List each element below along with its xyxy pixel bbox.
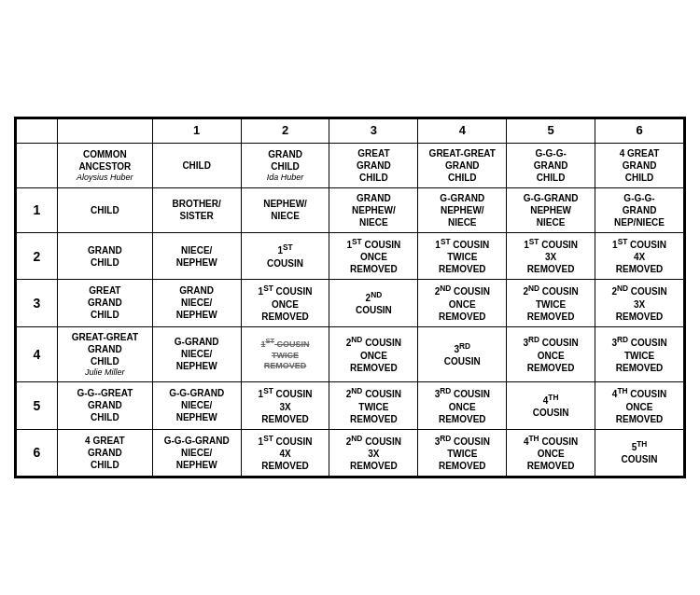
header-empty-1 [17,119,58,144]
cell-6-0: G-G-G-GRANDNIECE/NEPHEW [152,429,241,476]
row-number: 5 [17,382,58,429]
cell-0-1: GRANDCHILDIda Huber [241,143,329,187]
cell-1-2: GRANDNEPHEW/NIECE [329,187,418,232]
cell-6-3: 3RD COUSINTWICEREMOVED [418,429,507,476]
cell-0-4: G-G-G-GRANDCHILD [507,143,595,187]
cell-5-0: G-G-GRANDNIECE/NEPHEW [152,382,241,429]
row-number: 2 [17,232,58,279]
cell-2-4: 1ST COUSIN3XREMOVED [507,232,595,279]
row-number [17,143,58,187]
header-col-2: 2 [241,119,329,144]
cell-3-5: 2ND COUSIN3XREMOVED [595,280,684,326]
row-description: GREATGRANDCHILD [57,280,152,326]
cell-0-3: GREAT-GREATGRANDCHILD [418,143,507,187]
row-number: 3 [17,280,58,326]
table-row: 1CHILDBROTHER/SISTERNEPHEW/NIECEGRANDNEP… [17,187,684,232]
cell-4-2: 2ND COUSINONCEREMOVED [329,326,418,382]
cell-5-1: 1ST COUSIN3XREMOVED [241,382,329,429]
column-header-row: 1 2 3 4 5 6 [17,119,684,144]
row-number: 4 [17,326,58,382]
cell-4-5: 3RD COUSINTWICEREMOVED [595,326,684,382]
header-col-3: 3 [329,119,418,144]
cell-4-4: 3RD COUSINONCEREMOVED [507,326,595,382]
cell-6-1: 1ST COUSIN4XREMOVED [241,429,329,476]
cell-1-1: NEPHEW/NIECE [241,187,329,232]
row-description: GREAT-GREATGRANDCHILDJulie Miller [57,326,152,382]
cell-0-2: GREATGRANDCHILD [329,143,418,187]
cell-4-3: 3RDCOUSIN [418,326,507,382]
cell-5-2: 2ND COUSINTWICEREMOVED [329,382,418,429]
table-row: 3GREATGRANDCHILDGRANDNIECE/NEPHEW1ST COU… [17,280,684,326]
cell-4-0: G-GRANDNIECE/NEPHEW [152,326,241,382]
cell-1-4: G-G-GRANDNEPHEWNIECE [507,187,595,232]
cell-3-3: 2ND COUSINONCEREMOVED [418,280,507,326]
cell-6-2: 2ND COUSIN3XREMOVED [329,429,418,476]
cell-2-3: 1ST COUSINTWICEREMOVED [418,232,507,279]
header-empty-2 [57,119,152,144]
cell-1-5: G-G-G-GRANDNEP/NIECE [595,187,684,232]
header-col-6: 6 [595,119,684,144]
cell-3-0: GRANDNIECE/NEPHEW [152,280,241,326]
cell-5-5: 4TH COUSINONCEREMOVED [595,382,684,429]
row-number: 6 [17,429,58,476]
table-row: COMMONANCESTORAloysius HuberCHILDGRANDCH… [17,143,684,187]
row-description: COMMONANCESTORAloysius Huber [57,143,152,187]
cell-2-5: 1ST COUSIN4XREMOVED [595,232,684,279]
cell-2-1: 1STCOUSIN [241,232,329,279]
cell-2-2: 1ST COUSINONCEREMOVED [329,232,418,279]
cell-2-0: NIECE/NEPHEW [152,232,241,279]
header-col-5: 5 [507,119,595,144]
table-row: 4GREAT-GREATGRANDCHILDJulie MillerG-GRAN… [17,326,684,382]
row-description: CHILD [57,187,152,232]
cell-0-0: CHILD [152,143,241,187]
row-description: G-G--GREATGRANDCHILD [57,382,152,429]
cell-1-3: G-GRANDNEPHEW/NIECE [418,187,507,232]
row-number: 1 [17,187,58,232]
cell-5-3: 3RD COUSINONCEREMOVED [418,382,507,429]
header-col-1: 1 [152,119,241,144]
table-row: 2GRANDCHILDNIECE/NEPHEW1STCOUSIN1ST COUS… [17,232,684,279]
cell-1-0: BROTHER/SISTER [152,187,241,232]
table-row: 5G-G--GREATGRANDCHILDG-G-GRANDNIECE/NEPH… [17,382,684,429]
cell-4-1: 1ST COUSINTWICEREMOVED [241,326,329,382]
cell-3-4: 2ND COUSINTWICEREMOVED [507,280,595,326]
cell-6-4: 4TH COUSINONCEREMOVED [507,429,595,476]
header-col-4: 4 [418,119,507,144]
relationship-chart: 1 2 3 4 5 6 COMMONANCESTORAloysius Huber… [14,117,686,478]
cell-5-4: 4THCOUSIN [507,382,595,429]
table-row: 64 GREATGRANDCHILDG-G-G-GRANDNIECE/NEPHE… [17,429,684,476]
cell-6-5: 5THCOUSIN [595,429,684,476]
row-description: 4 GREATGRANDCHILD [57,429,152,476]
cell-3-2: 2NDCOUSIN [329,280,418,326]
row-description: GRANDCHILD [57,232,152,279]
cell-3-1: 1ST COUSINONCEREMOVED [241,280,329,326]
cell-0-5: 4 GREATGRANDCHILD [595,143,684,187]
